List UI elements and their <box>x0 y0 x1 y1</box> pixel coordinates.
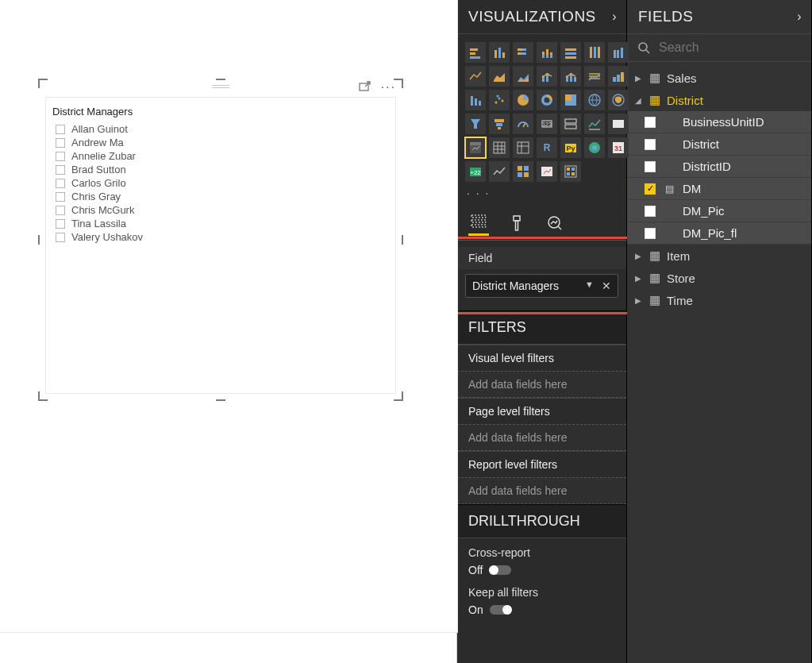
visualization-type-icon[interactable] <box>608 66 629 87</box>
visualization-type-icon[interactable] <box>560 42 581 63</box>
slicer-item[interactable]: Allan Guinot <box>49 122 392 136</box>
slicer-item[interactable]: Chris Gray <box>49 190 392 203</box>
format-tab-icon[interactable] <box>506 215 527 236</box>
svg-rect-61 <box>518 142 529 153</box>
table-district[interactable]: ◢ ▦ District <box>627 89 811 111</box>
table-sales-label: Sales <box>667 71 697 85</box>
field-item[interactable]: BusinessUnitID <box>627 111 811 133</box>
svg-rect-45 <box>571 94 576 98</box>
visualization-more-icon[interactable]: · · · <box>457 185 626 206</box>
slicer-visual[interactable]: ··· District Managers Allan GuinotAndrew… <box>39 79 402 400</box>
field-checkbox[interactable] <box>645 139 656 150</box>
visualization-type-icon[interactable] <box>489 161 510 182</box>
visualization-type-icon[interactable] <box>560 114 581 134</box>
visualization-type-icon[interactable] <box>608 114 629 134</box>
report-canvas[interactable]: ··· District Managers Allan GuinotAndrew… <box>0 0 457 663</box>
more-options-icon[interactable]: ··· <box>381 80 396 94</box>
slicer-item[interactable]: Brad Sutton <box>49 163 392 176</box>
visualization-type-icon[interactable] <box>560 66 581 87</box>
slicer-item[interactable]: Tina Lassila <box>49 217 392 230</box>
svg-point-43 <box>545 98 550 103</box>
field-chip[interactable]: District Managers ▼ ✕ <box>465 274 618 298</box>
visualization-type-icon[interactable] <box>513 114 533 134</box>
visualization-type-icon[interactable] <box>537 66 557 87</box>
fields-tab-icon[interactable] <box>468 215 489 236</box>
visualization-type-icon[interactable] <box>537 90 557 110</box>
report-level-drop-target[interactable]: Add data fields here <box>457 477 626 504</box>
remove-field-icon[interactable]: ✕ <box>602 279 611 292</box>
svg-rect-7 <box>518 48 522 51</box>
page-level-drop-target[interactable]: Add data fields here <box>457 424 626 451</box>
field-checkbox[interactable] <box>645 117 656 128</box>
visualization-type-icon[interactable] <box>489 137 510 158</box>
field-item[interactable]: DistrictID <box>627 156 811 178</box>
table-sales[interactable]: ▶ ▦ Sales <box>627 67 811 89</box>
search-icon <box>637 40 651 55</box>
visualization-type-icon[interactable] <box>489 66 510 87</box>
visualization-type-icon[interactable] <box>608 90 629 110</box>
visualization-type-icon[interactable] <box>608 42 629 63</box>
slicer-item[interactable]: Annelie Zubar <box>49 149 392 163</box>
collapse-fields-icon[interactable]: › <box>797 10 802 24</box>
app-root: ··· District Managers Allan GuinotAndrew… <box>0 0 812 663</box>
table-item[interactable]: ▶ ▦ Item <box>627 245 811 267</box>
field-checkbox[interactable]: ✓ <box>645 183 656 195</box>
visualization-type-icon[interactable] <box>513 161 533 182</box>
analytics-tab-icon[interactable] <box>545 215 565 236</box>
table-time[interactable]: ▶ ▦ Time <box>627 289 811 311</box>
visualization-type-icon[interactable] <box>465 114 486 134</box>
svg-rect-46 <box>571 98 576 106</box>
svg-rect-47 <box>565 101 571 106</box>
slicer-item[interactable]: Chris McGurk <box>49 203 392 217</box>
visualization-type-icon[interactable] <box>584 90 605 110</box>
svg-rect-31 <box>613 77 616 82</box>
field-checkbox[interactable] <box>645 206 656 217</box>
slicer-item[interactable]: Valery Ushakov <box>49 230 392 244</box>
svg-rect-19 <box>565 56 576 59</box>
collapse-visualizations-icon[interactable]: › <box>612 10 617 24</box>
visualization-type-icon[interactable] <box>489 114 510 134</box>
focus-mode-icon[interactable] <box>359 81 371 94</box>
drag-grip-icon[interactable] <box>212 85 229 90</box>
visualization-type-icon[interactable] <box>584 66 605 87</box>
visualization-type-icon[interactable] <box>560 161 581 182</box>
visualization-type-icon[interactable] <box>465 66 486 87</box>
field-item[interactable]: DM_Pic <box>627 200 811 222</box>
field-item[interactable]: District <box>627 133 811 156</box>
field-checkbox[interactable] <box>645 161 656 172</box>
visualization-type-icon[interactable] <box>465 42 486 63</box>
visualization-type-icon[interactable] <box>560 90 581 110</box>
visualization-type-icon[interactable]: R <box>537 137 557 158</box>
visualization-type-icon[interactable]: Py <box>560 137 581 158</box>
visualization-type-icon[interactable]: 31 <box>608 137 629 158</box>
visual-level-drop-target[interactable]: Add data fields here <box>457 371 626 398</box>
cross-report-toggle[interactable]: Off <box>468 564 615 576</box>
visualization-type-icon[interactable] <box>537 42 557 63</box>
visualization-type-icon[interactable] <box>513 66 533 87</box>
keep-all-filters-toggle[interactable]: On <box>468 603 615 616</box>
visualization-type-icon[interactable] <box>584 114 605 134</box>
field-item[interactable]: DM_Pic_fl <box>627 222 811 245</box>
chevron-down-icon[interactable]: ▼ <box>585 279 594 292</box>
visualization-type-icon[interactable] <box>584 42 605 63</box>
visualization-type-icon[interactable]: 123 <box>537 114 557 134</box>
visualization-type-icon[interactable] <box>489 42 510 63</box>
visualization-type-icon[interactable] <box>513 90 533 110</box>
table-store[interactable]: ▶ ▦ Store <box>627 267 811 289</box>
visualization-type-icon[interactable] <box>513 42 533 63</box>
caret-right-icon: ▶ <box>635 74 643 83</box>
visualization-type-icon[interactable] <box>489 90 510 110</box>
visualization-type-icon[interactable] <box>584 137 605 158</box>
visualization-type-icon[interactable] <box>537 161 557 182</box>
slicer-item[interactable]: Carlos Grilo <box>49 176 392 190</box>
svg-point-37 <box>495 102 498 104</box>
visualization-type-icon[interactable]: +22 <box>465 161 486 182</box>
visualization-type-icon[interactable] <box>465 137 486 158</box>
field-checkbox[interactable] <box>645 228 656 239</box>
fields-search-input[interactable] <box>659 40 802 55</box>
visualization-type-icon[interactable] <box>513 137 533 158</box>
visualization-type-icon[interactable] <box>465 90 486 110</box>
field-item[interactable]: ✓▤DM <box>627 178 811 200</box>
slicer-item[interactable]: Andrew Ma <box>49 136 392 149</box>
fields-search[interactable] <box>627 34 811 62</box>
